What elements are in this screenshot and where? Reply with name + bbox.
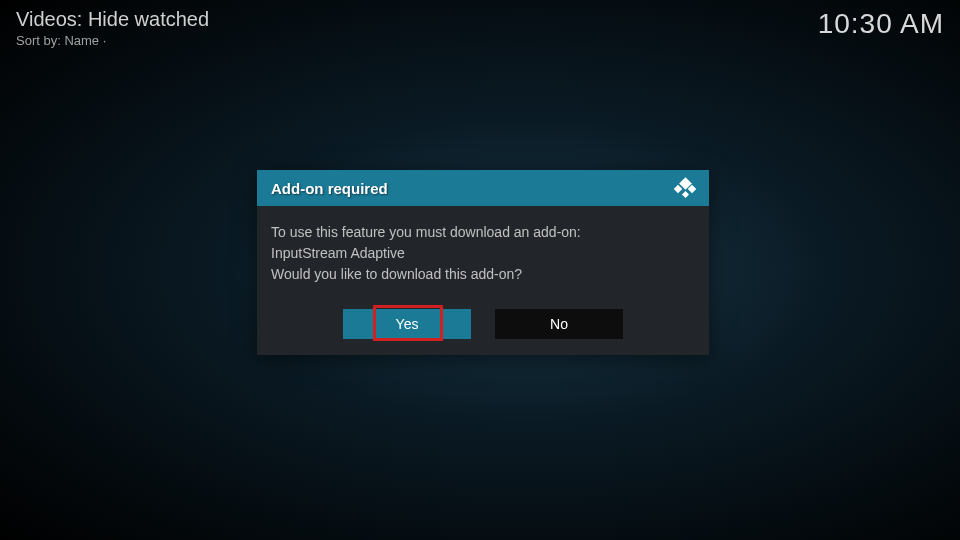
no-button[interactable]: No — [495, 309, 623, 339]
dialog-message-line3: Would you like to download this add-on? — [271, 264, 695, 285]
clock: 10:30 AM — [818, 8, 944, 40]
dialog-title: Add-on required — [271, 180, 388, 197]
dialog-buttons: Yes No — [257, 309, 709, 355]
dialog-body: To use this feature you must download an… — [257, 206, 709, 309]
header-left: Videos: Hide watched Sort by: Name · — [16, 8, 209, 48]
page-header: Videos: Hide watched Sort by: Name · 10:… — [16, 8, 944, 48]
no-button-label: No — [550, 316, 568, 332]
addon-required-dialog: Add-on required To use this feature you … — [257, 170, 709, 355]
page-title: Videos: Hide watched — [16, 8, 209, 31]
yes-button-label: Yes — [396, 316, 419, 332]
sort-by-label[interactable]: Sort by: Name · — [16, 33, 209, 48]
dialog-message-line2: InputStream Adaptive — [271, 243, 695, 264]
kodi-icon — [675, 178, 695, 198]
dialog-header: Add-on required — [257, 170, 709, 206]
dialog-message-line1: To use this feature you must download an… — [271, 222, 695, 243]
yes-button[interactable]: Yes — [343, 309, 471, 339]
